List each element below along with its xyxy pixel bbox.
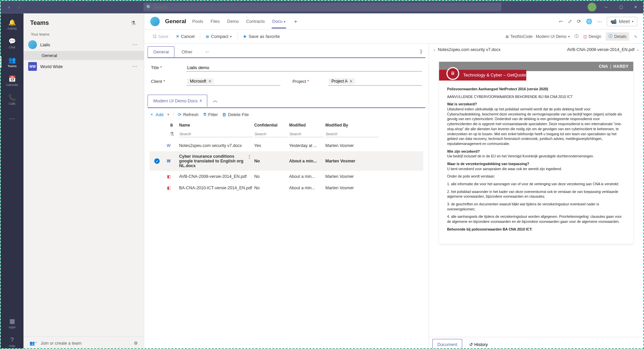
team-lialis[interactable]: Lialis ⋯ (23, 38, 144, 51)
info-icon: ⓘ (575, 34, 579, 39)
add-button[interactable]: ＋Add (150, 111, 163, 117)
form-tab-general[interactable]: General (148, 46, 174, 57)
history-icon: ↺ (469, 342, 473, 347)
table-row[interactable]: W Notes2speu.com security v7.docx Yes Ye… (150, 140, 423, 151)
refresh-icon[interactable]: ⟳ (577, 18, 581, 24)
expand-arrows-icon[interactable]: ⤡ (634, 34, 637, 39)
col-confidential[interactable]: Confidential (254, 123, 288, 128)
breadcrumb[interactable]: ≣TestNoCode · Modern UI Demo ▾ (505, 34, 570, 39)
chevron-up-icon[interactable]: ︽ (209, 94, 221, 107)
team-worldwide[interactable]: WW World Wide ⋯ (23, 60, 144, 73)
project-label: Project (292, 79, 306, 84)
remove-chip-icon[interactable]: ✕ (350, 79, 353, 84)
rail-activity[interactable]: 🔔Activity (1, 17, 23, 32)
col-modifiedby[interactable]: Modified By (325, 123, 379, 128)
compact-button[interactable]: ≣Compact ▾ (204, 33, 234, 40)
add-tab-button[interactable]: ＋ (293, 17, 299, 25)
title-input[interactable]: Lialis demo (186, 63, 422, 71)
filter-button[interactable]: ⚗Filter (203, 112, 218, 117)
next-file-icon[interactable]: › (637, 47, 639, 52)
chevron-down-icon: ▾ (632, 20, 634, 23)
col-modified[interactable]: Modified (289, 123, 324, 128)
tab-posts[interactable]: Posts (192, 14, 204, 28)
user-avatar[interactable] (588, 3, 596, 11)
channel-general[interactable]: General (23, 51, 144, 60)
tab-docu[interactable]: Docu ▾ (272, 14, 286, 28)
rail-help[interactable]: ?Help (1, 334, 23, 349)
rail-calls[interactable]: 📞Calls (1, 92, 23, 107)
search-modifiedby[interactable] (325, 131, 379, 137)
preview-tab-document[interactable]: Document (432, 339, 462, 349)
cancel-button[interactable]: ✕Cancel (174, 33, 197, 40)
search-input[interactable] (154, 5, 499, 10)
team-avatar: WW (28, 62, 37, 71)
help-icon: ? (10, 337, 14, 344)
nav-forward[interactable]: › (15, 3, 23, 11)
table-row[interactable]: ✓ W Cyber insurance conditions google tr… (150, 151, 423, 171)
tab-demo[interactable]: Demo (226, 14, 239, 28)
design-button[interactable]: ◫Design (583, 34, 601, 39)
more-icon[interactable]: ⋯ (597, 18, 602, 24)
meet-button[interactable]: 📹 Meet ▾ (607, 17, 637, 26)
search-modified[interactable] (289, 131, 324, 137)
delete-button[interactable]: 🗑Delete File (222, 112, 249, 117)
chevron-down-icon: ▾ (230, 35, 232, 38)
filter-icon: ⚗ (203, 112, 207, 117)
rail-chat[interactable]: 💬Chat (1, 36, 23, 51)
reply-icon[interactable]: ⤺ (559, 18, 563, 24)
tab-contracts[interactable]: Contracts (246, 14, 266, 28)
join-team-link[interactable]: Join or create a team (41, 341, 82, 346)
search-box[interactable]: 🔍 (144, 3, 501, 11)
chevron-right-icon[interactable]: ⟫ (417, 46, 425, 57)
favorite-button[interactable]: ★Save as favorite (241, 33, 282, 40)
rail-apps[interactable]: ▦Apps (1, 315, 23, 331)
section-tab[interactable]: Modern UI Demo Docs 4 (148, 95, 207, 107)
chevron-down-icon[interactable]: ▾ (167, 112, 169, 117)
window-minimize[interactable]: ─ (601, 2, 611, 12)
remove-chip-icon[interactable]: ✕ (208, 79, 211, 84)
tab-files[interactable]: Files (210, 14, 220, 28)
window-close[interactable]: ✕ (631, 2, 641, 12)
expand-icon[interactable]: ⤢ (568, 18, 572, 24)
nav-back[interactable]: ‹ (5, 3, 13, 11)
refresh-button[interactable]: ⟳Refresh (178, 112, 199, 117)
file-type-icon: 🗎 (166, 123, 178, 128)
table-row[interactable]: ◧ BA-CNA-2010-ICT-versie-2014_EN.pdf No … (150, 182, 423, 194)
client-input[interactable]: Microsoft✕ (186, 77, 280, 86)
pdf-icon: ◧ (166, 173, 172, 180)
word-icon: W (166, 143, 172, 149)
window-maximize[interactable]: ▢ (616, 2, 626, 12)
title-label: Title (151, 65, 159, 70)
refresh-icon: ⟳ (178, 112, 181, 117)
rail-calendar[interactable]: 📅Calendar (1, 73, 23, 89)
plus-icon: ＋ (150, 111, 154, 117)
form-tab-other[interactable]: Other (176, 46, 198, 57)
channel-name: General (165, 18, 186, 25)
info-button[interactable]: ⓘ (575, 34, 579, 39)
link-icon[interactable]: ↩ (200, 46, 215, 57)
preview-tab-history[interactable]: ↺ History (464, 339, 493, 349)
rail-more[interactable]: ⋯ (1, 111, 23, 126)
check-icon[interactable]: ✓ (154, 158, 160, 164)
channel-header: General Posts Files Demo Contracts Docu … (144, 13, 643, 30)
team-more-icon[interactable]: ⋯ (130, 42, 139, 47)
details-button[interactable]: ⓘDetails (606, 32, 629, 41)
filter-icon[interactable]: ⚗ (129, 19, 137, 27)
search-confidential[interactable] (254, 131, 288, 137)
search-name[interactable] (179, 131, 253, 137)
table-row[interactable]: ◧ AVB-CNA-2008-versie-2014_EN.pdf No Abo… (150, 171, 423, 182)
project-input[interactable]: Project A✕ (328, 77, 422, 86)
your-teams-label: Your teams (23, 30, 144, 38)
rail-teams[interactable]: 👥Teams (1, 54, 23, 70)
sidebar-footer: 👥⁺ Join or create a team ⚙ (23, 336, 144, 349)
filter-icon[interactable]: ⚗ (166, 131, 178, 137)
prev-file-icon[interactable]: ‹ (434, 47, 435, 52)
col-name[interactable]: Name (179, 123, 253, 128)
bell-icon: 🔔 (8, 19, 16, 26)
team-more-icon[interactable]: ⋯ (130, 64, 139, 69)
app-rail: 🔔Activity 💬Chat 👥Teams 📅Calendar 📞Calls … (1, 13, 23, 349)
globe-icon[interactable]: 🌐 (586, 18, 592, 24)
row-more-icon[interactable]: ⋮ (246, 154, 253, 159)
join-team-icon[interactable]: 👥⁺ (30, 341, 37, 346)
gear-icon[interactable]: ⚙ (134, 341, 138, 346)
